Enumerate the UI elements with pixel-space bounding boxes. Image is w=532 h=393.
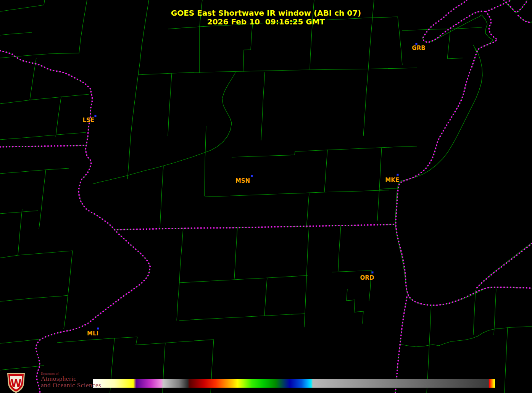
station-label-grb: GRB: [412, 45, 425, 52]
uw-aos-logo: W Department of Atmospheric and Oceanic …: [2, 372, 101, 393]
uw-crest-icon: W: [2, 372, 30, 393]
goes-ir-map: GRBLSEMSNMKEORDMLI GOES East Shortwave I…: [0, 0, 532, 393]
station-label-lse: LSE: [82, 117, 94, 124]
station-marker-mke: [397, 174, 399, 176]
satellite-image-viewport: GRBLSEMSNMKEORDMLI GOES East Shortwave I…: [0, 0, 532, 393]
station-label-mke: MKE: [385, 177, 399, 184]
logo-line2: and Oceanic Sciences: [41, 382, 101, 388]
temperature-colorbar: [93, 379, 495, 388]
image-title: GOES East Shortwave IR window (ABI ch 07…: [171, 8, 361, 18]
station-label-mli: MLI: [87, 330, 98, 337]
ir-image-background: [0, 0, 532, 393]
station-label-ord: ORD: [360, 274, 374, 281]
station-marker-ord: [372, 272, 374, 274]
station-marker-lse: [95, 115, 97, 117]
logo-text-block: Department of Atmospheric and Oceanic Sc…: [41, 372, 101, 388]
logo-line1: Atmospheric: [41, 375, 101, 382]
station-marker-mli: [97, 328, 99, 330]
station-label-msn: MSN: [235, 177, 250, 184]
station-marker-msn: [251, 175, 253, 177]
image-timestamp: 2026 Feb 10 09:16:25 GMT: [207, 17, 325, 26]
crest-w-letter: W: [11, 378, 22, 389]
